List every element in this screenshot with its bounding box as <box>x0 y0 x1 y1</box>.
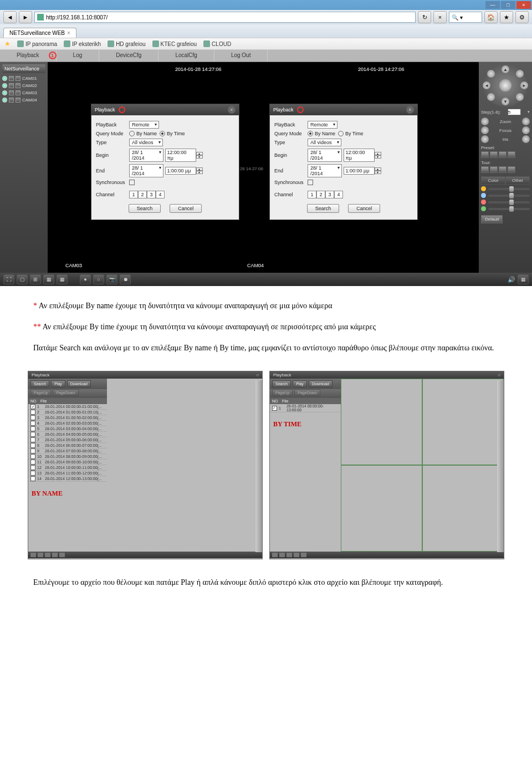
step-input[interactable] <box>508 109 521 115</box>
file-row[interactable]: 728-01-2014 05:00:00-06:00:00(... <box>28 437 107 443</box>
layout-4-button[interactable]: ⊞ <box>30 274 41 284</box>
channel-button[interactable]: 3 <box>147 191 156 198</box>
window-minimize-button[interactable]: — <box>485 1 500 9</box>
tour-button[interactable] <box>508 166 515 173</box>
stop-control[interactable] <box>45 553 50 557</box>
home-button[interactable]: 🏠 <box>484 11 498 23</box>
file-checkbox[interactable] <box>30 410 35 415</box>
dialog-titlebar[interactable]: Playback × <box>91 104 239 115</box>
file-row[interactable]: 1428-01-2014 12:00:00-13:00:00(... <box>28 476 107 482</box>
dialog-close-icon[interactable]: × <box>228 106 236 114</box>
channel-button[interactable]: 3 <box>325 191 334 198</box>
video-cell[interactable] <box>341 379 422 465</box>
cancel-button[interactable]: Cancel <box>348 204 380 213</box>
file-row[interactable]: 928-01-2014 07:00:00-08:00:00(... <box>28 448 107 454</box>
window-close-button[interactable]: × <box>516 1 531 9</box>
tools-button[interactable]: ⚙ <box>515 11 529 23</box>
play-icon[interactable] <box>9 90 14 95</box>
file-row[interactable]: 428-01-2014 02:00:00-03:00:00(... <box>28 421 107 426</box>
pause-control[interactable] <box>38 553 43 557</box>
end-date-input[interactable]: 28/ 1 /2014 <box>308 164 342 177</box>
type-select[interactable]: All videos <box>129 139 163 146</box>
ptz-downright-button[interactable] <box>516 93 524 101</box>
file-checkbox[interactable] <box>30 448 35 453</box>
fav-link[interactable]: HD grafeiou <box>108 40 145 47</box>
play-control[interactable] <box>30 553 36 557</box>
end-time-input[interactable]: 1:00:00 μμ <box>165 167 196 175</box>
file-row[interactable]: 128-01-2014 00:00:00-01:00:00(... <box>28 404 107 410</box>
favorites-star-icon[interactable]: ★ <box>4 40 11 48</box>
tour-button[interactable] <box>490 166 498 173</box>
sync-checkbox[interactable] <box>129 180 135 185</box>
ptz-center-button[interactable] <box>499 79 511 91</box>
close-icon[interactable]: ○ <box>256 373 259 378</box>
fullscreen-button[interactable]: ⛶ <box>3 274 14 284</box>
file-row[interactable]: 1028-01-2014 08:00:00-09:00:00(... <box>28 454 107 460</box>
zoom-out-button[interactable]: − <box>522 118 530 125</box>
play-control[interactable] <box>272 553 278 557</box>
file-checkbox[interactable] <box>30 421 35 426</box>
preset-button[interactable] <box>481 151 489 158</box>
window-titlebar[interactable]: Playback○ <box>28 371 262 379</box>
pagedown-button[interactable]: PageDown <box>294 389 320 396</box>
ptz-up-button[interactable]: ▲ <box>502 65 509 73</box>
camera-row[interactable]: CAM02 <box>2 82 45 89</box>
file-row[interactable]: 328-01-2014 01:00:50-02:00:00(... <box>28 415 107 421</box>
default-button[interactable]: Default <box>481 215 503 223</box>
stop-button[interactable]: × <box>433 11 447 23</box>
iris-out-button[interactable]: − <box>522 135 530 143</box>
ptz-right-button[interactable]: ► <box>520 81 528 89</box>
volume-icon[interactable]: 🔊 <box>508 276 515 283</box>
record-all-button[interactable]: ⏺ <box>120 274 131 284</box>
fav-link[interactable]: CLOUD <box>203 40 231 47</box>
snapshot-button[interactable]: 📷 <box>106 274 117 284</box>
browser-tab[interactable]: NETSurveillance WEB × <box>3 28 76 38</box>
ptz-downleft-button[interactable] <box>487 93 495 101</box>
fav-link[interactable]: IP eksterikh <box>64 40 101 47</box>
focus-out-button[interactable]: − <box>522 126 530 134</box>
tour-button[interactable] <box>481 166 489 173</box>
rec-icon[interactable] <box>16 98 21 103</box>
layout-1-button[interactable]: ▢ <box>17 274 28 284</box>
bytime-radio[interactable] <box>338 131 344 136</box>
time-spinner[interactable]: ▴▾ <box>196 152 203 159</box>
channel-button[interactable]: 4 <box>334 191 343 198</box>
begin-time-input[interactable]: 12:00:00 πμ <box>165 149 196 162</box>
tab-close-icon[interactable]: × <box>67 30 70 36</box>
byname-radio[interactable] <box>129 131 135 136</box>
file-row[interactable]: 1328-01-2014 11:00:00-12:00:00(... <box>28 471 107 476</box>
slow-control[interactable] <box>52 553 58 557</box>
channel-button[interactable]: 1 <box>308 191 316 198</box>
byname-radio[interactable] <box>308 131 313 136</box>
video-cell[interactable] <box>422 379 504 465</box>
file-row[interactable]: 528-01-2014 03:00:00-04:00:00(... <box>28 426 107 432</box>
type-select[interactable]: All videos <box>308 139 341 146</box>
fast-control[interactable] <box>59 553 65 557</box>
menu-playback[interactable]: Playback 1 <box>0 50 57 62</box>
other-tab[interactable]: Other <box>505 176 530 185</box>
disconnect-all-button[interactable]: ○ <box>93 274 104 284</box>
play-button[interactable]: Play <box>293 380 307 387</box>
file-checkbox[interactable] <box>30 432 35 437</box>
play-icon[interactable] <box>9 76 14 81</box>
window-maximize-button[interactable]: □ <box>501 1 515 9</box>
pause-control[interactable] <box>279 553 285 557</box>
layout-16-button[interactable]: ▦ <box>57 274 68 284</box>
video-cell[interactable] <box>422 465 504 552</box>
address-bar[interactable]: http://192.168.1.10:8007/ <box>34 12 416 23</box>
file-row[interactable]: 1228-01-2014 10:00:00-11:00:00(... <box>28 465 107 471</box>
bytime-radio[interactable] <box>160 131 165 136</box>
menu-logout[interactable]: Log Out <box>214 50 268 62</box>
play-icon[interactable] <box>9 98 14 103</box>
window-titlebar[interactable]: Playback○ <box>270 371 504 379</box>
file-row[interactable]: 1128-01-2014 09:00:00-10:00:00(... <box>28 460 107 465</box>
contrast-slider[interactable] <box>488 195 530 197</box>
scrollbar[interactable] <box>255 380 262 552</box>
close-icon[interactable]: ○ <box>498 373 500 378</box>
preset-button[interactable] <box>499 151 507 158</box>
file-checkbox[interactable] <box>30 454 35 459</box>
refresh-button[interactable]: ↻ <box>418 11 431 23</box>
playback-select[interactable]: Remote <box>129 121 159 129</box>
file-checkbox[interactable] <box>30 476 35 481</box>
ptz-upleft-button[interactable] <box>487 70 495 78</box>
